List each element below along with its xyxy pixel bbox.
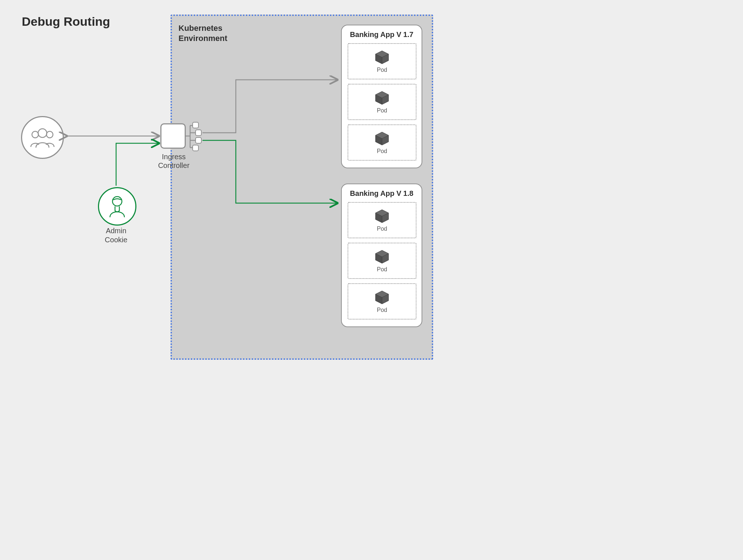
svg-point-1 [32, 131, 38, 138]
cube-icon [374, 90, 390, 106]
k8s-label: Kubernetes Environment [178, 23, 227, 43]
cube-icon [374, 131, 390, 147]
cube-icon [374, 208, 390, 224]
svg-point-2 [46, 131, 53, 138]
page-title: Debug Routing [22, 15, 110, 29]
ingress-output-3 [195, 137, 202, 144]
arrow-admin-ingress [116, 143, 159, 186]
admin-label-line1: Admin [106, 227, 127, 235]
diagram-canvas: Debug Routing Kubernetes Environment Ban… [0, 0, 557, 420]
pod-label: Pod [377, 148, 387, 155]
ingress-output-1 [192, 122, 199, 128]
pod-label: Pod [377, 67, 387, 73]
admin-node [98, 187, 136, 226]
pod-label: Pod [377, 307, 387, 313]
admin-label-line2: Cookie [105, 236, 127, 244]
pod-v18-2: Pod [348, 283, 416, 320]
cube-icon [374, 249, 390, 265]
app-title-v17: Banking App V 1.7 [348, 30, 416, 39]
k8s-label-line1: Kubernetes [178, 24, 222, 33]
ingress-label-line1: Ingress [162, 153, 186, 161]
cube-icon [374, 289, 390, 305]
pod-label: Pod [377, 266, 387, 273]
app-box-v17: Banking App V 1.7 Pod Pod Pod [341, 25, 422, 168]
pod-v17-1: Pod [348, 84, 416, 120]
ingress-label-line2: Controller [158, 161, 190, 169]
ingress-output-2 [195, 129, 202, 136]
admin-icon [107, 195, 127, 218]
ingress-controller-box [160, 123, 186, 149]
pod-v18-1: Pod [348, 243, 416, 279]
app-title-v18: Banking App V 1.8 [348, 189, 416, 198]
pod-label: Pod [377, 226, 387, 232]
admin-label: Admin Cookie [97, 226, 135, 244]
cube-icon [374, 49, 390, 65]
pod-v18-0: Pod [348, 202, 416, 238]
k8s-environment-box: Kubernetes Environment Banking App V 1.7… [171, 15, 433, 360]
users-node [21, 116, 64, 159]
pod-v17-2: Pod [348, 124, 416, 161]
k8s-label-line2: Environment [178, 34, 227, 43]
pod-label: Pod [377, 107, 387, 114]
users-icon [29, 127, 56, 148]
ingress-label: Ingress Controller [154, 152, 194, 170]
pod-v17-0: Pod [348, 43, 416, 79]
svg-point-0 [38, 129, 47, 137]
app-box-v18: Banking App V 1.8 Pod Pod Pod [341, 184, 422, 327]
svg-point-3 [112, 197, 122, 206]
ingress-output-4 [192, 145, 199, 151]
